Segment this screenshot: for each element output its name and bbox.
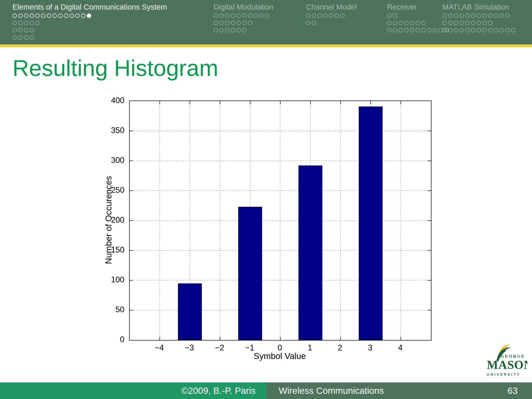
nav-dot-slide[interactable] — [317, 14, 322, 18]
nav-dot-slide[interactable] — [236, 21, 241, 25]
nav-dot-slide[interactable] — [448, 21, 453, 25]
nav-dot-slide[interactable] — [465, 28, 470, 32]
nav-dot-slide[interactable] — [214, 21, 218, 25]
nav-dot-slide[interactable] — [30, 28, 34, 32]
nav-dot-slide[interactable] — [24, 21, 28, 25]
nav-dot-slide[interactable] — [393, 28, 397, 32]
nav-dot-slide[interactable] — [442, 28, 447, 32]
nav-dot-slide[interactable] — [454, 14, 458, 18]
nav-dot-slide[interactable] — [340, 14, 345, 18]
nav-dot-slide[interactable] — [214, 28, 218, 32]
nav-dot-slide[interactable] — [52, 14, 57, 18]
nav-dot-slide[interactable] — [236, 14, 241, 18]
nav-dot-slide[interactable] — [500, 14, 504, 18]
nav-dot-slide[interactable] — [231, 28, 235, 32]
nav-dot-slide[interactable] — [482, 14, 487, 18]
nav-dot-slide[interactable] — [465, 21, 470, 25]
nav-dot-slide[interactable] — [387, 21, 391, 25]
nav-dot-slide[interactable] — [471, 14, 475, 18]
nav-section-title[interactable]: Channel Model — [306, 3, 357, 11]
nav-dot-slide[interactable] — [454, 28, 458, 32]
nav-dot-slide[interactable] — [387, 28, 391, 32]
nav-dot-slide[interactable] — [500, 28, 504, 32]
nav-dot-slide[interactable] — [505, 28, 510, 32]
nav-dot-slide[interactable] — [454, 21, 458, 25]
nav-dot-slide[interactable] — [323, 14, 328, 18]
nav-dot-slide[interactable] — [12, 35, 17, 40]
nav-dot-slide[interactable] — [18, 14, 23, 18]
nav-dot-slide[interactable] — [306, 21, 310, 25]
nav-dot-slide[interactable] — [64, 14, 68, 18]
nav-dot-slide[interactable] — [35, 21, 40, 25]
nav-dot-slide[interactable] — [248, 14, 252, 18]
nav-dot-slide[interactable] — [433, 28, 437, 32]
nav-dot-slide[interactable] — [225, 28, 229, 32]
nav-dot-slide[interactable] — [231, 14, 235, 18]
nav-dot-slide[interactable] — [477, 28, 481, 32]
nav-dot-slide[interactable] — [214, 14, 218, 18]
nav-dot-slide[interactable] — [18, 35, 23, 40]
nav-dot-slide[interactable] — [225, 21, 229, 25]
nav-dot-slide[interactable] — [242, 14, 247, 18]
nav-dot-slide[interactable] — [70, 14, 74, 18]
nav-dot-slide[interactable] — [410, 28, 414, 32]
nav-dot-slide[interactable] — [482, 21, 487, 25]
nav-dot-slide[interactable] — [219, 14, 224, 18]
nav-dot-slide[interactable] — [488, 28, 493, 32]
nav-dot-slide[interactable] — [393, 14, 397, 18]
nav-dot-slide[interactable] — [18, 28, 23, 32]
nav-dot-slide[interactable] — [254, 14, 258, 18]
nav-dot-slide[interactable] — [58, 14, 63, 18]
nav-dot-slide[interactable] — [482, 28, 487, 32]
nav-dot-slide[interactable] — [465, 14, 470, 18]
nav-dot-slide[interactable] — [75, 14, 80, 18]
nav-dot-slide[interactable] — [488, 21, 493, 25]
nav-dot-slide[interactable] — [494, 14, 498, 18]
nav-dot-slide[interactable] — [477, 14, 481, 18]
nav-dot-slide[interactable] — [410, 21, 414, 25]
nav-dot-slide[interactable] — [47, 14, 51, 18]
nav-dot-slide[interactable] — [448, 14, 453, 18]
nav-dot-slide[interactable] — [225, 14, 229, 18]
nav-dot-slide[interactable] — [488, 14, 493, 18]
nav-dot-slide[interactable] — [259, 14, 264, 18]
nav-dot-slide[interactable] — [24, 28, 28, 32]
nav-dot-slide[interactable] — [30, 14, 34, 18]
nav-dot-slide[interactable] — [12, 28, 17, 32]
nav-dot-slide[interactable] — [511, 28, 515, 32]
nav-dot-slide[interactable] — [12, 21, 17, 25]
nav-dot-slide[interactable] — [427, 28, 431, 32]
nav-dot-slide[interactable] — [398, 21, 403, 25]
nav-dot-slide[interactable] — [35, 14, 40, 18]
nav-section-title[interactable]: MATLAB Simulation — [442, 3, 517, 11]
nav-dot-current-slide[interactable] — [87, 14, 91, 18]
nav-dot-slide[interactable] — [460, 28, 464, 32]
nav-dot-slide[interactable] — [387, 14, 391, 18]
nav-section-title[interactable]: Digital Modulation — [214, 3, 274, 11]
nav-dot-slide[interactable] — [442, 21, 447, 25]
nav-section-elements[interactable]: Elements of a Digital Communications Sys… — [12, 3, 167, 43]
nav-dot-slide[interactable] — [477, 21, 481, 25]
nav-dot-slide[interactable] — [404, 21, 409, 25]
nav-dot-slide[interactable] — [242, 21, 247, 25]
nav-dot-slide[interactable] — [265, 14, 269, 18]
nav-dot-slide[interactable] — [248, 21, 252, 25]
nav-dot-slide[interactable] — [416, 21, 420, 25]
nav-dot-slide[interactable] — [219, 28, 224, 32]
nav-dot-slide[interactable] — [460, 14, 464, 18]
nav-dot-slide[interactable] — [421, 21, 426, 25]
nav-dot-slide[interactable] — [471, 28, 475, 32]
nav-dot-slide[interactable] — [494, 28, 498, 32]
nav-dot-slide[interactable] — [219, 21, 224, 25]
nav-dot-slide[interactable] — [30, 21, 34, 25]
nav-section-channel-model[interactable]: Channel Model — [306, 3, 357, 28]
nav-dot-slide[interactable] — [12, 14, 17, 18]
nav-section-matlab-simulation[interactable]: MATLAB Simulation — [442, 3, 517, 35]
nav-section-digital-modulation[interactable]: Digital Modulation — [214, 3, 274, 35]
nav-dot-slide[interactable] — [442, 14, 447, 18]
nav-dot-slide[interactable] — [393, 21, 397, 25]
nav-dot-slide[interactable] — [24, 35, 28, 40]
nav-dot-slide[interactable] — [460, 21, 464, 25]
nav-dot-slide[interactable] — [448, 28, 453, 32]
nav-dot-slide[interactable] — [306, 14, 310, 18]
